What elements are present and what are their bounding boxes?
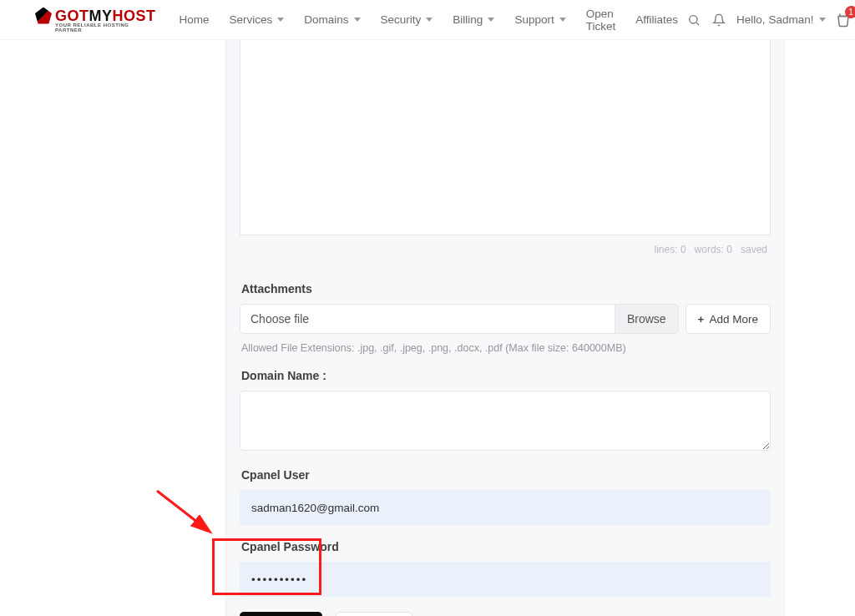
nav-support[interactable]: Support [506,3,574,38]
nav-billing-label: Billing [453,13,483,26]
cpanel-user-input[interactable]: sadman1620@gmail.com [240,490,771,525]
chevron-down-icon [559,18,566,22]
nav-services[interactable]: Services [221,3,293,38]
nav-affiliates-label: Affiliates [635,13,678,26]
add-more-button[interactable]: + Add More [686,304,771,334]
greeting-prefix: Hello, [736,13,766,26]
chevron-down-icon [354,18,361,22]
svg-line-1 [696,23,699,25]
nav-home[interactable]: Home [171,3,218,38]
nav-domains[interactable]: Domains [296,3,368,38]
cpanel-user-label: Cpanel User [241,468,771,482]
logo[interactable]: GOTMYHOST YOUR RELIABLE HOSTING PARTNER [35,8,156,33]
primary-nav: Home Services Domains Security Billing S… [171,3,686,38]
cancel-button[interactable]: Cancel [336,612,413,616]
plus-icon: + [698,313,705,326]
nav-open-ticket-label: Open Ticket [586,8,616,33]
svg-point-0 [690,15,697,23]
nav-domains-label: Domains [304,13,348,26]
words-label: words: [695,244,724,255]
main-header: GOTMYHOST YOUR RELIABLE HOSTING PARTNER … [0,0,855,40]
logo-text-got: GOT [55,8,89,23]
search-icon[interactable] [686,13,701,28]
chevron-down-icon [426,18,433,22]
submit-button[interactable]: Submit [240,612,322,616]
nav-home-label: Home [180,13,210,26]
file-input[interactable]: Choose file Browse [240,304,679,334]
bell-icon[interactable] [711,13,726,28]
attachments-label: Attachments [241,282,771,295]
cpanel-user-value: sadman1620@gmail.com [251,502,379,514]
chevron-down-icon [277,18,284,22]
chevron-down-icon [488,18,494,22]
words-value: 0 [726,244,732,255]
lines-value: 0 [680,244,686,255]
file-hint: Allowed File Extensions: .jpg, .gif, .jp… [241,342,769,354]
lines-label: lines: [655,244,678,255]
greeting-name: Sadman! [768,13,813,26]
cpanel-password-value: •••••••••• [251,573,307,586]
nav-billing[interactable]: Billing [444,3,503,38]
greeting-menu[interactable]: Hello, Sadman! [736,13,826,26]
ticket-form-panel: lines: 0 words: 0 saved Attachments Choo… [225,40,785,616]
nav-support-label: Support [514,13,554,26]
file-placeholder: Choose file [240,305,615,333]
cpanel-password-input[interactable]: •••••••••• [240,562,771,597]
message-textarea[interactable] [240,40,771,235]
browse-button[interactable]: Browse [615,305,678,333]
nav-open-ticket[interactable]: Open Ticket [578,3,625,38]
nav-affiliates[interactable]: Affiliates [627,3,686,38]
domain-name-input[interactable] [240,391,771,451]
chevron-down-icon [819,18,826,22]
logo-tagline: YOUR RELIABLE HOSTING PARTNER [55,23,156,33]
cart-icon[interactable]: 1 [836,13,851,28]
editor-status: lines: 0 words: 0 saved [240,235,771,267]
nav-security[interactable]: Security [372,3,442,38]
cart-badge: 1 [845,6,855,18]
cpanel-password-label: Cpanel Password [241,540,771,553]
nav-services-label: Services [230,13,273,26]
logo-text-my: MY [89,8,113,23]
saved-label: saved [741,244,767,255]
logo-mark-icon [35,8,52,24]
add-more-label: Add More [709,313,758,326]
nav-security-label: Security [381,13,422,26]
logo-text-host: HOST [113,8,156,23]
domain-name-label: Domain Name : [241,369,771,382]
header-right: Hello, Sadman! 1 [686,13,851,28]
